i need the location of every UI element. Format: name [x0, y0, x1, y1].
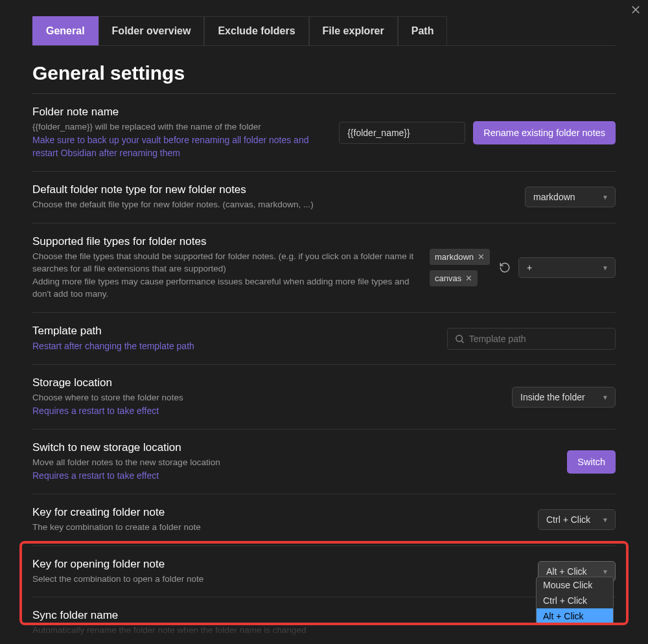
setting-storage-location: Storage location Choose where to store t… — [32, 365, 616, 430]
chevron-down-icon: ▼ — [602, 568, 608, 575]
select-value: Alt + Click — [546, 566, 587, 577]
setting-note: Make sure to back up your vault before r… — [32, 133, 326, 160]
setting-open-key: Key for opening folder note Select the c… — [32, 546, 616, 598]
chip-label: markdown — [435, 252, 474, 262]
chips: markdown ✕ canvas ✕ — [428, 247, 491, 288]
reset-icon[interactable] — [499, 262, 511, 273]
setting-sync-name: Sync folder name Automatically rename th… — [32, 597, 616, 644]
setting-default-type: Default folder note type for new folder … — [32, 172, 616, 224]
template-path-input[interactable] — [465, 332, 608, 345]
tabs: General Folder overview Exclude folders … — [32, 16, 616, 46]
add-type-select[interactable]: + ▼ — [518, 257, 616, 278]
setting-desc: The key combination to create a folder n… — [32, 521, 525, 534]
tab-general[interactable]: General — [32, 16, 98, 45]
default-type-select[interactable]: markdown ▼ — [525, 187, 616, 207]
setting-title: Storage location — [32, 376, 499, 389]
close-icon[interactable]: ✕ — [465, 273, 472, 283]
open-key-dropdown: Mouse Click Ctrl + Click Alt + Click — [536, 577, 614, 625]
rename-button[interactable]: Rename existing folder notes — [473, 121, 616, 144]
setting-note: Restart after changing the template path — [32, 339, 434, 352]
tab-exclude-folders[interactable]: Exclude folders — [204, 16, 308, 45]
tab-path[interactable]: Path — [398, 16, 448, 45]
chevron-down-icon: ▼ — [602, 264, 608, 271]
setting-desc: Choose the default file type for new fol… — [32, 198, 512, 211]
tab-file-explorer[interactable]: File explorer — [309, 16, 398, 45]
setting-title: Key for opening folder note — [32, 558, 525, 571]
chip-label: canvas — [435, 273, 461, 283]
storage-location-select[interactable]: Inside the folder ▼ — [512, 387, 616, 408]
setting-title: Sync folder name — [32, 609, 603, 622]
setting-template-path: Template path Restart after changing the… — [32, 313, 616, 365]
svg-point-0 — [456, 335, 463, 341]
chevron-down-icon: ▼ — [602, 194, 608, 201]
select-value: markdown — [533, 192, 575, 202]
setting-title: Template path — [32, 325, 434, 338]
close-icon[interactable]: ✕ — [478, 252, 485, 262]
create-key-select[interactable]: Ctrl + Click ▼ — [538, 509, 616, 530]
setting-desc: Select the combination to open a folder … — [32, 573, 525, 586]
setting-switch-storage: Switch to new storage location Move all … — [32, 430, 616, 494]
dropdown-item-ctrl-click[interactable]: Ctrl + Click — [537, 593, 613, 608]
setting-title: Supported file types for folder notes — [32, 235, 415, 248]
search-icon — [454, 333, 465, 345]
chip-markdown: markdown ✕ — [430, 249, 490, 265]
chevron-down-icon: ▼ — [602, 516, 608, 523]
chevron-down-icon: ▼ — [602, 393, 608, 400]
setting-desc: {{folder_name}} will be replaced with th… — [32, 121, 326, 133]
setting-supported-types: Supported file types for folder notes Ch… — [32, 224, 616, 313]
setting-title: Default folder note type for new folder … — [32, 183, 512, 196]
setting-desc: Automatically rename the folder note whe… — [32, 624, 603, 637]
page-title: General settings — [32, 62, 616, 84]
dropdown-item-alt-click[interactable]: Alt + Click — [537, 608, 613, 624]
chip-canvas: canvas ✕ — [430, 270, 478, 286]
folder-note-name-input[interactable] — [339, 122, 465, 144]
setting-desc: Choose where to store the folder notes — [32, 391, 499, 404]
setting-title: Folder note name — [32, 106, 326, 119]
setting-desc: Adding more file types may cause perform… — [32, 275, 415, 301]
template-path-wrap — [447, 328, 616, 350]
setting-title: Key for creating folder note — [32, 506, 525, 519]
setting-note: Requires a restart to take effect — [32, 404, 499, 417]
setting-note: Requires a restart to take effect — [32, 469, 554, 482]
setting-desc: Move all folder notes to the new storage… — [32, 456, 554, 469]
setting-create-key: Key for creating folder note The key com… — [32, 494, 616, 546]
close-icon[interactable] — [630, 4, 642, 19]
add-label: + — [527, 262, 532, 273]
select-value: Inside the folder — [520, 392, 585, 402]
tab-folder-overview[interactable]: Folder overview — [98, 16, 205, 45]
dropdown-item-mouse-click[interactable]: Mouse Click — [537, 577, 613, 593]
setting-desc: Choose the file types that should be sup… — [32, 250, 415, 275]
setting-title: Switch to new storage location — [32, 441, 554, 454]
select-value: Ctrl + Click — [546, 514, 590, 525]
setting-folder-note-name: Folder note name {{folder_name}} will be… — [32, 94, 616, 172]
switch-button[interactable]: Switch — [567, 450, 616, 474]
